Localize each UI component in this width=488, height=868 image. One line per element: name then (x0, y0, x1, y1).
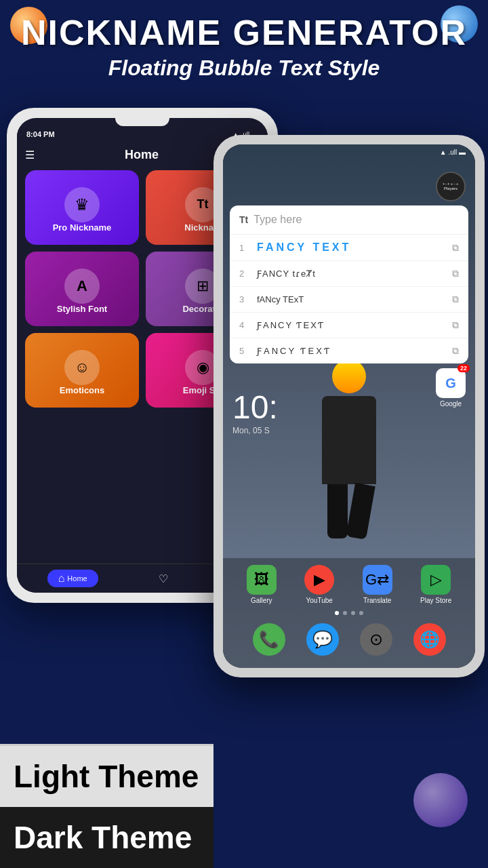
fancy-row-num-4: 4 (239, 320, 250, 330)
app-playstore[interactable]: ▷ Play Store (420, 565, 451, 604)
theme-labels: Light Theme Dark Theme (0, 744, 214, 868)
fav-nav-icon: ♡ (159, 572, 168, 585)
app-translate[interactable]: G⇄ Translate (363, 565, 392, 604)
page-dots (232, 607, 466, 619)
tile-pro-label: Pro Nickname (53, 222, 112, 233)
fancy-text-2: ƑANCY tɾeȾt (257, 269, 445, 279)
copy-icon-5[interactable]: ⧉ (452, 345, 459, 357)
clock-time: 10: (232, 389, 278, 426)
app-toolbar-title: Home (125, 148, 159, 162)
rp-clock: 10: Mon, 05 S (232, 389, 278, 435)
copy-icon-2[interactable]: ⧉ (452, 268, 459, 279)
fancy-row-5: 5 ƑANCY ƬEXƬ ⧉ (230, 338, 468, 363)
app-youtube[interactable]: ▶ YouTube (304, 565, 334, 604)
home-nav-label: Home (67, 574, 87, 583)
fancy-row-2: 2 ƑANCY tɾeȾt ⧉ (230, 261, 468, 287)
google-icon: G 22 (436, 368, 466, 398)
phones-container: 8:04 PM ▲ .ull ▬ ☰ Home ⓘ ♛ Pro Nickname (0, 94, 488, 671)
hamburger-icon[interactable]: ☰ (25, 149, 35, 161)
clock-date: Mon, 05 S (232, 426, 278, 435)
tile-emoticons-icon: ☺ (64, 350, 100, 385)
fancy-input-placeholder[interactable]: Type here (253, 214, 459, 226)
fancy-row-num-3: 3 (239, 294, 250, 304)
app-gallery[interactable]: 🖼 Gallery (247, 565, 277, 604)
nav-home[interactable]: ⌂ Home (47, 570, 98, 587)
dot-3 (351, 611, 355, 615)
tile-stylish-label: Stylish Font (57, 304, 107, 314)
translate-label: Translate (363, 597, 391, 604)
youtube-icon: ▶ (304, 565, 334, 595)
tile-stylish-icon: A (64, 269, 100, 304)
dark-theme-section: Dark Theme (0, 807, 214, 868)
phone-notch-left (115, 118, 169, 126)
dot-2 (343, 611, 347, 615)
nav-favorites[interactable]: ♡ (159, 572, 168, 585)
fancy-row-num-1: 1 (239, 243, 250, 253)
tile-pro-icon: ♛ (64, 187, 100, 222)
rp-status-right: ▲ .ull ▬ (440, 149, 466, 156)
copy-icon-3[interactable]: ⧉ (452, 294, 459, 305)
tile-pro-nickname[interactable]: ♛ Pro Nickname (25, 170, 139, 245)
light-theme-label: Light Theme (14, 759, 199, 794)
input-tt-icon: Tt (239, 214, 248, 225)
fancy-row-4: 4 ƑANCY ƬEXƬ ⧉ (230, 313, 468, 338)
fancy-text-1: FANCY TEXT (257, 241, 445, 254)
tile-emoticons[interactable]: ☺ Emoticons (25, 333, 139, 408)
sphere-purple-icon (413, 773, 468, 827)
copy-icon-1[interactable]: ⧉ (452, 242, 459, 254)
dark-theme-label: Dark Theme (14, 820, 192, 855)
dot-1 (335, 611, 339, 615)
app-title-main: NICKNAME GENERATOR (14, 14, 474, 52)
players-label: •···• +···+ Players (437, 182, 464, 191)
app-title-sub: Floating Bubble Text Style (14, 56, 474, 81)
app-header: NICKNAME GENERATOR Floating Bubble Text … (0, 0, 488, 87)
gallery-label: Gallery (251, 597, 272, 604)
wallpaper-figure (295, 359, 403, 549)
fancy-input-row: Tt Type here (230, 205, 468, 235)
dock-camera[interactable]: ⊙ (360, 623, 392, 656)
status-time: 8:04 PM (26, 130, 55, 138)
status-bar-right: ▲ .ull ▬ (223, 144, 475, 160)
fancy-panel: Tt Type here 1 FANCY TEXT ⧉ 2 ƑANCY tɾeȾ… (230, 205, 468, 363)
google-app-item[interactable]: G 22 Google (436, 368, 466, 408)
dot-4 (359, 611, 363, 615)
phone-right: ▲ .ull ▬ •···• +···+ Players Tt Type her… (214, 135, 485, 677)
translate-icon: G⇄ (363, 565, 392, 595)
phone-right-screen: ▲ .ull ▬ •···• +···+ Players Tt Type her… (223, 144, 475, 668)
rp-bottom: 🖼 Gallery ▶ YouTube G⇄ Translate ▷ (223, 558, 475, 668)
google-badge: 22 (458, 364, 470, 372)
dock-messages[interactable]: 💬 (306, 623, 339, 656)
copy-icon-4[interactable]: ⧉ (452, 319, 459, 331)
playstore-label: Play Store (420, 597, 451, 604)
fancy-row-num-2: 2 (239, 269, 250, 279)
bottom-apps: 🖼 Gallery ▶ YouTube G⇄ Translate ▷ (223, 558, 475, 668)
youtube-label: YouTube (306, 597, 333, 604)
fancy-row-num-5: 5 (239, 346, 250, 356)
playstore-icon: ▷ (421, 565, 451, 595)
fancy-text-5: ƑANCY ƬEXƬ (257, 346, 445, 356)
light-theme-section: Light Theme (0, 744, 214, 807)
bottom-apps-row: 🖼 Gallery ▶ YouTube G⇄ Translate ▷ (232, 565, 466, 604)
tile-stylish-font[interactable]: A Stylish Font (25, 252, 139, 326)
fancy-row-3: 3 fANcy TExT ⧉ (230, 287, 468, 313)
fancy-row-1: 1 FANCY TEXT ⧉ (230, 235, 468, 261)
players-icon[interactable]: •···• +···+ Players (436, 172, 466, 201)
dock-chrome[interactable]: 🌐 (413, 623, 446, 656)
fancy-text-4: ƑANCY ƬEXƬ (257, 320, 445, 330)
dock-phone[interactable]: 📞 (253, 623, 285, 656)
dock-row: 📞 💬 ⊙ 🌐 (232, 619, 466, 663)
gallery-icon: 🖼 (247, 565, 277, 595)
tile-emoticons-label: Emoticons (60, 385, 104, 395)
fancy-text-3: fANcy TExT (257, 294, 445, 304)
home-nav-icon: ⌂ (58, 572, 65, 585)
google-g: G (445, 376, 456, 391)
google-label: Google (436, 400, 466, 408)
